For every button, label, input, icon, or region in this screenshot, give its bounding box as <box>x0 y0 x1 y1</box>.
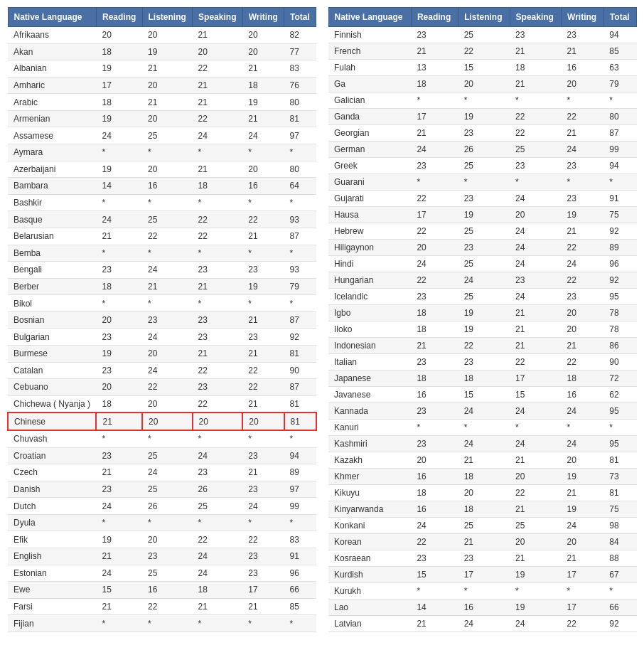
table-cell: 20 <box>193 412 243 430</box>
table-cell: Guarani <box>328 174 411 191</box>
table-cell: Dutch <box>8 498 96 515</box>
table-cell: 66 <box>603 600 636 616</box>
table-row: Korean2221202084 <box>328 534 637 550</box>
table-cell: Bulgarian <box>8 329 96 346</box>
table-cell: 62 <box>603 387 636 403</box>
table-cell: 22 <box>142 379 193 396</box>
table-row: Kannada2324242495 <box>328 403 637 420</box>
table-cell: 78 <box>603 321 636 338</box>
table-cell: 21 <box>242 345 284 362</box>
column-header: Speaking <box>510 8 561 27</box>
table-cell: 23 <box>458 550 510 567</box>
table-cell: 23 <box>458 125 510 142</box>
table-cell: 21 <box>510 501 561 518</box>
table-cell: 66 <box>284 582 316 599</box>
table-cell: 22 <box>142 228 193 245</box>
table-cell: 26 <box>142 498 193 515</box>
table-cell: 15 <box>411 567 458 583</box>
table-row: Danish2325262397 <box>8 481 316 498</box>
table-cell: 26 <box>193 481 243 498</box>
table-cell: Cebuano <box>8 379 96 396</box>
table-cell: Chuvash <box>8 430 96 447</box>
table-cell: 22 <box>193 211 243 228</box>
column-header: Listening <box>142 8 193 27</box>
table-cell: 21 <box>411 338 458 354</box>
table-cell: 17 <box>562 600 604 616</box>
table-row: Fijian***** <box>8 615 316 632</box>
table-cell: 19 <box>458 207 510 223</box>
table-row: Aymara***** <box>8 144 316 161</box>
table-cell: 24 <box>458 436 510 452</box>
table-cell: 24 <box>510 191 561 207</box>
table-row: Estonian2425242396 <box>8 565 316 582</box>
table-cell: 22 <box>193 60 243 78</box>
table-row: Hindi2425242496 <box>328 256 637 272</box>
table-cell: Bosnian <box>8 311 96 329</box>
table-cell: 21 <box>458 452 510 469</box>
table-cell: 21 <box>242 228 284 245</box>
table-cell: 19 <box>96 531 142 548</box>
table-cell: 20 <box>142 77 193 94</box>
table-cell: 18 <box>562 371 604 387</box>
table-cell: 24 <box>458 403 510 420</box>
column-header: Writing <box>242 8 284 27</box>
table-cell: 23 <box>411 550 458 567</box>
table-cell: * <box>458 583 510 600</box>
table-cell: * <box>458 174 510 191</box>
table-cell: 18 <box>458 371 510 387</box>
table-cell: Basque <box>8 211 96 228</box>
table-cell: 19 <box>96 60 142 78</box>
table-cell: 22 <box>193 395 243 412</box>
table-row: Hungarian2224232292 <box>328 272 637 289</box>
table-cell: 23 <box>96 362 142 379</box>
table-cell: 75 <box>603 207 636 223</box>
table-cell: 21 <box>510 43 561 60</box>
table-cell: 19 <box>562 207 604 223</box>
table-cell: 21 <box>242 598 284 615</box>
table-row: Italian2323222290 <box>328 354 637 371</box>
table-cell: 21 <box>193 161 243 178</box>
table-row: Bengali2324232393 <box>8 262 316 279</box>
table-cell: 18 <box>510 60 561 76</box>
table-cell: 22 <box>510 125 561 142</box>
table-row: Ewe1516181766 <box>8 582 316 599</box>
table-cell: 23 <box>193 464 243 481</box>
table-cell: Javanese <box>328 387 411 403</box>
table-cell: 20 <box>142 531 193 548</box>
table-cell: 15 <box>458 387 510 403</box>
table-cell: * <box>96 194 142 211</box>
table-cell: 81 <box>284 345 316 362</box>
table-cell: 75 <box>603 501 636 518</box>
table-cell: Hindi <box>328 256 411 272</box>
table-cell: Kinyarwanda <box>328 501 411 518</box>
table-row: Kikuyu1820222181 <box>328 485 637 501</box>
table-cell: 23 <box>96 481 142 498</box>
table-cell: 23 <box>242 481 284 498</box>
table-cell: * <box>193 144 243 161</box>
table-cell: * <box>284 194 316 211</box>
table-cell: 24 <box>193 127 243 144</box>
table-cell: * <box>411 174 458 191</box>
table-row: Indonesian2122212186 <box>328 338 637 354</box>
table-cell: Finnish <box>328 27 411 43</box>
table-cell: Fijian <box>8 615 96 632</box>
table-cell: * <box>562 420 604 436</box>
table-cell: 22 <box>411 191 458 207</box>
table-cell: 21 <box>193 77 243 94</box>
table-cell: 80 <box>284 94 316 111</box>
table-cell: Belarusian <box>8 228 96 245</box>
table-cell: 97 <box>284 127 316 144</box>
table-cell: * <box>242 430 284 447</box>
table-cell: 18 <box>96 94 142 111</box>
table-cell: 73 <box>603 469 636 485</box>
table-cell: 22 <box>510 485 561 501</box>
table-row: Hiligaynon2023242289 <box>328 240 637 256</box>
table-cell: 21 <box>510 76 561 92</box>
table-cell: 25 <box>510 142 561 158</box>
table-cell: 22 <box>242 211 284 228</box>
table-row: German2426252499 <box>328 142 637 158</box>
table-cell: 21 <box>510 452 561 469</box>
table-row: Bosnian2023232187 <box>8 311 316 329</box>
table-row: Dutch2426252499 <box>8 498 316 515</box>
table-cell: 20 <box>193 43 243 60</box>
